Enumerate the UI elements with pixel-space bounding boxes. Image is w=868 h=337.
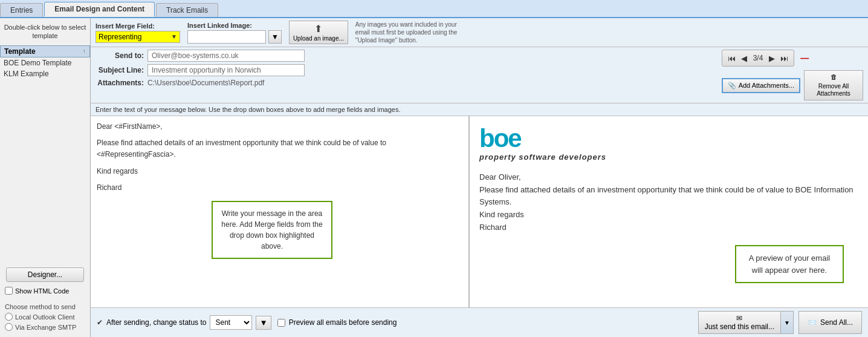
attachments-value: C:\Users\boe\Documents\Report.pdf xyxy=(147,79,264,87)
linked-image-label: Insert Linked Image: xyxy=(187,22,282,29)
msg-line4: Richard xyxy=(97,182,462,194)
message-body: Dear <#FirstName>, Please find attached … xyxy=(97,121,462,194)
nav-next-button[interactable]: ▶ xyxy=(767,54,777,63)
send-all-icon: 📨 xyxy=(808,318,817,327)
msg-line2: Please find attached details of an inves… xyxy=(97,137,462,160)
nav-close-icon[interactable]: — xyxy=(800,53,809,63)
attach-buttons: 📎 Add Attachments... 🗑 Remove All Attach… xyxy=(722,70,863,100)
boe-logo-text: boe xyxy=(479,126,858,151)
template-header: Template ↑ xyxy=(0,45,90,57)
linked-image-group: Insert Linked Image: ▼ xyxy=(187,22,282,44)
nav-first-button[interactable]: ⏮ xyxy=(726,54,737,63)
tabs-bar: Entries Email Design and Content Track E… xyxy=(0,0,868,18)
bottom-bar: ✔ After sending, change status to Sent ▼… xyxy=(91,307,868,337)
send-to-row: Send to: xyxy=(96,50,712,62)
send-to-input[interactable] xyxy=(147,50,305,62)
tab-track-emails[interactable]: Track Emails xyxy=(156,3,218,17)
send-buttons: ✉ Just send this email... ▼ 📨 Send All..… xyxy=(698,311,862,334)
merge-field-arrow-icon: ▼ xyxy=(171,33,177,40)
subject-input[interactable] xyxy=(147,64,305,76)
sidebar-item-boe[interactable]: BOE Demo Template xyxy=(0,57,90,68)
tab-email-design[interactable]: Email Design and Content xyxy=(44,2,155,17)
merge-field-value: Representing xyxy=(99,33,141,41)
checkmark-icon: ✔ xyxy=(97,318,103,327)
attachments-row: Attachments: C:\Users\boe\Documents\Repo… xyxy=(96,79,712,87)
preview-dear: Dear Oliver, xyxy=(479,171,858,184)
just-send-button[interactable]: ✉ Just send this email... xyxy=(698,311,781,334)
template-sort-icon: ↑ xyxy=(83,48,86,54)
boe-logo: boe property software developers xyxy=(479,126,858,164)
send-method-section: Choose method to send Local Outlook Clie… xyxy=(0,299,90,335)
template-header-label: Template xyxy=(4,47,36,56)
radio-local-outlook[interactable]: Local Outlook Client xyxy=(5,313,85,321)
send-method-label: Choose method to send xyxy=(5,303,85,310)
email-preview: boe property software developers Dear Ol… xyxy=(469,116,868,307)
subject-row: Subject Line: xyxy=(96,64,712,76)
content-area: Insert Merge Field: Representing ▼ Inser… xyxy=(91,18,868,337)
msg-line3: Kind regards xyxy=(97,166,462,177)
upload-note: Any images you want included in your ema… xyxy=(355,21,458,44)
show-html-row: Show HTML Code xyxy=(0,286,90,296)
remove-attachments-button[interactable]: 🗑 Remove All Attachments xyxy=(804,70,863,100)
preview-content: boe property software developers Dear Ol… xyxy=(470,116,868,307)
preview-sign1: Kind regards xyxy=(479,209,858,221)
merge-field-dropdown[interactable]: Representing ▼ xyxy=(96,31,180,43)
radio-exchange-smtp[interactable]: Via Exchange SMTP xyxy=(5,323,85,331)
status-dropdown-arrow[interactable]: ▼ xyxy=(256,316,271,330)
sidebar: Double-click below to select template Te… xyxy=(0,18,91,337)
preview-label: Preview all emails before sending xyxy=(289,318,397,327)
show-html-checkbox[interactable] xyxy=(5,287,13,295)
instruction-bar: Enter the text of your message below. Us… xyxy=(91,103,868,116)
upload-btn-label: Upload an image... xyxy=(293,35,344,42)
nav-prev-button[interactable]: ◀ xyxy=(739,54,749,63)
nav-buttons: ⏮ ◀ 3/4 ▶ ⏭ xyxy=(722,50,795,67)
just-send-dropdown-arrow[interactable]: ▼ xyxy=(781,311,794,334)
remove-attach-icon: 🗑 xyxy=(831,73,837,80)
preview-row: Preview all emails before sending xyxy=(277,318,397,327)
preview-body: Please find attached details of an inves… xyxy=(479,184,858,209)
attach-icon: 📎 xyxy=(728,82,736,90)
sidebar-item-klm[interactable]: KLM Example xyxy=(0,68,90,79)
subject-label: Subject Line: xyxy=(96,66,144,74)
envelope-icon: ✉ xyxy=(736,314,742,322)
nav-last-button[interactable]: ⏭ xyxy=(779,54,790,63)
add-attachments-button[interactable]: 📎 Add Attachments... xyxy=(722,78,800,93)
upload-icon: ⬆ xyxy=(314,23,322,34)
show-html-label: Show HTML Code xyxy=(15,287,69,295)
toolbar: Insert Merge Field: Representing ▼ Inser… xyxy=(91,18,868,47)
merge-field-label: Insert Merge Field: xyxy=(96,22,180,30)
attachments-label: Attachments: xyxy=(96,79,144,87)
status-select-row: ✔ After sending, change status to Sent ▼ xyxy=(97,315,271,330)
nav-counter: 3/4 xyxy=(751,54,766,62)
email-fields: Send to: Subject Line: Attachments: C:\U… xyxy=(96,50,712,87)
message-editor[interactable]: Dear <#FirstName>, Please find attached … xyxy=(91,116,469,307)
linked-image-dropdown[interactable] xyxy=(187,30,266,44)
upload-image-button[interactable]: ⬆ Upload an image... xyxy=(289,21,348,44)
send-to-label: Send to: xyxy=(96,51,144,60)
designer-button[interactable]: Designer... xyxy=(6,267,84,282)
msg-line1: Dear <#FirstName>, xyxy=(97,121,462,133)
after-sending-label: After sending, change status to xyxy=(106,318,206,327)
boe-logo-tagline: property software developers xyxy=(479,151,858,164)
email-settings: Send to: Subject Line: Attachments: C:\U… xyxy=(91,47,868,103)
preview-tooltip: A preview of your email will appear over… xyxy=(735,245,844,283)
sidebar-hint: Double-click below to select template xyxy=(0,21,90,45)
send-all-button[interactable]: 📨 Send All... xyxy=(798,311,862,334)
message-tooltip: Write your message in the area here. Add… xyxy=(212,201,332,259)
merge-field-group: Insert Merge Field: Representing ▼ xyxy=(96,22,180,43)
preview-sign2: Richard xyxy=(479,221,858,234)
linked-image-arrow-icon: ▼ xyxy=(268,30,282,44)
preview-checkbox[interactable] xyxy=(277,319,285,327)
tab-entries[interactable]: Entries xyxy=(0,3,43,17)
body-area: Double-click below to select template Te… xyxy=(0,18,868,337)
split-area: Dear <#FirstName>, Please find attached … xyxy=(91,116,868,307)
status-dropdown[interactable]: Sent xyxy=(210,315,252,330)
